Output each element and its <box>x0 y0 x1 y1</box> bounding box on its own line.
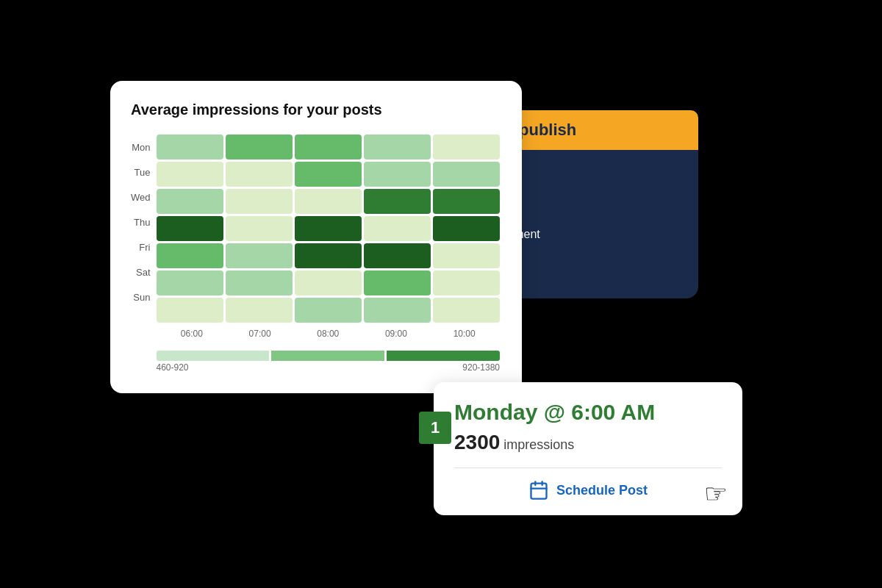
result-day-time: Monday @ 6:00 AM <box>454 400 722 425</box>
heatmap-cell <box>226 135 293 159</box>
heatmap-cell <box>157 298 223 323</box>
heatmap-cell <box>433 162 500 187</box>
heatmap-cell <box>433 243 500 268</box>
heatmap-cell <box>226 243 293 268</box>
heatmap-cell <box>157 162 223 187</box>
heatmap-cell <box>295 298 362 323</box>
svg-rect-0 <box>531 484 546 499</box>
day-label: Mon <box>131 135 151 159</box>
heatmap-cell <box>433 298 500 323</box>
day-label: Thu <box>131 209 151 234</box>
heatmap-cell <box>364 270 431 295</box>
calendar-icon <box>528 480 549 501</box>
rank-badge: 1 <box>419 412 451 444</box>
heatmap-cell <box>295 135 362 159</box>
heatmap-cell <box>364 243 431 268</box>
day-labels: MonTueWedThuFriSatSun <box>131 135 151 309</box>
heatmap-cell <box>433 135 500 159</box>
heatmap-cell <box>226 298 293 323</box>
heatmap-cell <box>433 189 500 214</box>
heatmap-cell <box>157 216 223 241</box>
day-label: Fri <box>131 234 151 259</box>
legend-range1: 460-920 <box>157 362 189 373</box>
heatmap-card: Average impressions for your posts MonTu… <box>110 81 522 393</box>
day-label: Sun <box>131 284 151 309</box>
time-label: 10:00 <box>430 329 498 339</box>
heatmap-cell <box>433 270 500 295</box>
heatmap-cell <box>433 216 500 241</box>
heatmap-cell <box>364 162 431 187</box>
heatmap-cell <box>364 216 431 241</box>
impressions-count: 2300 <box>454 431 500 453</box>
heatmap-cell <box>295 270 362 295</box>
heatmap-cell <box>226 216 293 241</box>
legend-seg-low <box>157 351 270 361</box>
legend-labels: 460-920 920-1380 <box>157 362 501 373</box>
result-impressions: 2300 impressions <box>454 431 722 454</box>
heatmap-cell <box>364 135 431 159</box>
heatmap-cell <box>226 270 293 295</box>
divider <box>454 467 722 468</box>
heatmap-title: Average impressions for your posts <box>131 101 500 118</box>
time-labels: 06:0007:0008:0009:0010:00 <box>157 329 501 339</box>
schedule-post-button[interactable]: Schedule Post <box>454 480 722 501</box>
legend-range2: 920-1380 <box>462 362 500 373</box>
grid-and-times: 06:0007:0008:0009:0010:00 460-920 920-13… <box>157 135 501 373</box>
hand-cursor-icon: ☜ <box>704 478 728 509</box>
heatmap-cell <box>364 189 431 214</box>
heatmap-cell <box>295 162 362 187</box>
time-label: 08:00 <box>294 329 362 339</box>
legend-bar <box>157 351 501 361</box>
impressions-label: impressions <box>503 437 574 452</box>
day-label: Sat <box>131 259 151 284</box>
schedule-btn-text: Schedule Post <box>556 483 648 498</box>
legend-seg-high <box>387 351 500 361</box>
day-label: Tue <box>131 159 151 184</box>
heatmap-cell <box>157 135 223 159</box>
heatmap-cell <box>226 162 293 187</box>
heatmap-cell <box>364 298 431 323</box>
heatmap-cell <box>295 216 362 241</box>
rank-number: 1 <box>431 418 440 437</box>
heatmap-cell <box>295 189 362 214</box>
heatmap-cell <box>157 243 223 268</box>
time-label: 06:00 <box>158 329 226 339</box>
heatmap-grid <box>157 135 501 323</box>
time-label: 07:00 <box>226 329 294 339</box>
time-label: 09:00 <box>362 329 431 339</box>
heatmap-cell <box>226 189 293 214</box>
day-label: Wed <box>131 184 151 209</box>
heatmap-cell <box>157 189 223 214</box>
heatmap-cell <box>157 270 223 295</box>
result-card: Monday @ 6:00 AM 2300 impressions Schedu… <box>434 382 742 515</box>
legend-seg-mid <box>271 351 384 361</box>
heatmap-cell <box>295 243 362 268</box>
